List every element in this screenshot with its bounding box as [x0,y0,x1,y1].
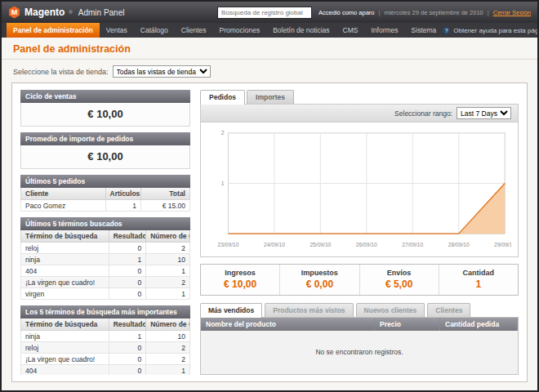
svg-text:25/09/10: 25/09/10 [310,242,331,247]
nav-item-promotions[interactable]: Promociones [213,23,267,38]
table-row[interactable]: ninja110 [21,254,190,265]
table-cell: 10 [146,254,190,265]
nav-item-system[interactable]: Sistema [405,23,443,38]
column-header: Cantidad pedida [440,318,518,331]
svg-text:27/09/10: 27/09/10 [402,242,423,247]
table-cell: 1 [146,288,190,300]
logout-link[interactable]: Cerrar Sesión [493,9,531,16]
last-search-terms-panel: Últimos 5 términos buscados Término de b… [20,217,190,300]
page-head: Panel de administración [2,38,537,59]
svg-text:28/09/10: 28/09/10 [448,242,470,247]
separator: | [488,9,489,16]
total-value: 1 [439,278,518,290]
orders-chart: 1223/09/1024/09/1025/09/1026/09/1027/09/… [207,127,511,255]
nav-item-customers[interactable]: Clientes [175,23,213,38]
table-cell: ninja [21,331,109,342]
date-text: miércoles 29 de septiembre de 2010 [384,9,483,16]
nav-item-sales[interactable]: Ventas [100,23,134,38]
logo-subtext: Admin Panel [78,8,125,17]
svg-text:29/09/10: 29/09/10 [494,242,511,247]
table-row[interactable]: 40401 [21,365,190,376]
dashboard-sidebar: Ciclo de ventas € 10,00 Promedio de impo… [20,90,190,375]
page-help-link[interactable]: ? Obtener ayuda para esta página [443,23,539,38]
table-row[interactable]: virgen01 [21,288,190,300]
table-row[interactable]: ¡La virgen que cuadro!02 [21,277,190,288]
total-value: € 5,00 [360,278,439,290]
table-header-row: ClienteArtículosTotal [21,188,190,200]
column-header: Resultados [109,230,146,243]
separator: | [378,9,380,16]
table-cell: 1 [109,254,146,265]
help-icon: ? [443,27,450,34]
total-tax: Impuestos € 0,00 [279,265,359,295]
table-cell: € 15.00 [140,200,189,212]
column-header: Número de usos [146,318,190,331]
range-bar: Seleccionar rango: Last 7 Days [201,105,518,122]
total-label: Impuestos [280,269,359,277]
lifetime-sales-value: € 10,00 [20,103,190,127]
average-orders-panel: Promedio de importe de pedidos € 10,00 [20,132,190,169]
table-cell: 0 [109,277,146,288]
table-row[interactable]: reloj02 [21,243,190,254]
table-row[interactable]: 40401 [21,265,190,277]
empty-grid-message: No se encontraron registros. [201,331,518,374]
table-cell: 404 [21,265,109,277]
magento-logo-icon: M [8,7,20,19]
nav-item-reports[interactable]: Informes [365,23,405,38]
table-cell: ¡La virgen que cuadro! [21,277,109,288]
table-row[interactable]: ¡La virgen que cuadro!02 [21,354,190,365]
table-cell: 2 [146,342,190,354]
table-cell: 2 [146,243,190,254]
tab-most-viewed[interactable]: Productos más vistos [265,303,353,317]
total-revenue: Ingresos € 10,00 [201,265,279,295]
svg-text:24/09/10: 24/09/10 [264,242,285,247]
panel-title: Últimos 5 términos buscados [20,217,190,230]
table-row[interactable]: reloj02 [21,342,190,354]
magento-admin-window: M Magento ® Admin Panel Accedió como apa… [0,0,539,392]
table-cell: ¡La virgen que cuadro! [21,354,109,365]
last-orders-panel: Últimos 5 pedidos ClienteArtículosTotal … [20,175,190,212]
store-view-select[interactable]: Todas las vistas de tienda [113,65,211,78]
lifetime-sales-panel: Ciclo de ventas € 10,00 [20,90,190,127]
svg-text:1: 1 [221,180,225,186]
nav-item-catalog[interactable]: Catálogo [134,23,175,38]
page-canvas: Panel de administración Seleccione la vi… [2,38,537,390]
magento-logo[interactable]: M Magento ® Admin Panel [8,7,124,19]
global-search-input[interactable] [217,7,312,19]
total-value: € 0,00 [280,278,359,290]
column-header: Término de búsqueda [21,318,109,331]
session-info: Accedió como aparo | miércoles 29 de sep… [318,9,531,16]
table-cell: 0 [109,243,146,254]
table-cell: 1 [146,265,190,277]
tab-bestsellers[interactable]: Más vendidos [200,303,262,318]
tab-orders[interactable]: Pedidos [200,90,245,105]
table-cell: 0 [109,288,146,300]
table-row[interactable]: ninja110 [21,331,190,342]
column-header: Término de búsqueda [21,230,109,243]
nav-item-dashboard[interactable]: Panel de administración [7,23,100,38]
chart-tabs: Pedidos Importes [200,90,519,104]
nav-item-cms[interactable]: CMS [336,23,365,38]
total-value: € 10,00 [201,278,279,290]
nav-item-newsletter[interactable]: Boletín de noticias [266,23,336,38]
header: M Magento ® Admin Panel Accedió como apa… [2,2,537,23]
table-cell: reloj [21,342,109,354]
tab-amounts[interactable]: Importes [247,90,294,104]
bestsellers-grid: Nombre del productoPrecioCantidad pedida… [200,317,519,375]
column-header: Precio [375,318,440,331]
registered-mark: ® [69,10,72,15]
table-cell: 10 [146,331,190,342]
tab-customers[interactable]: Clientes [427,303,470,317]
tab-new-customers[interactable]: Nuevos clientes [356,303,425,317]
table-row[interactable]: Paco Gomez1€ 15.00 [21,200,190,212]
column-header: Total [140,188,189,200]
svg-text:26/09/10: 26/09/10 [356,242,377,247]
table-cell: 1 [146,365,190,376]
column-header: Artículos [105,188,140,200]
table-cell: 1 [105,200,140,212]
panel-title: Últimos 5 pedidos [20,175,190,188]
table-cell: Paco Gomez [21,200,106,212]
range-select[interactable]: Last 7 Days [457,107,511,119]
total-quantity: Cantidad 1 [439,265,518,295]
column-header: Nombre del producto [201,318,375,331]
